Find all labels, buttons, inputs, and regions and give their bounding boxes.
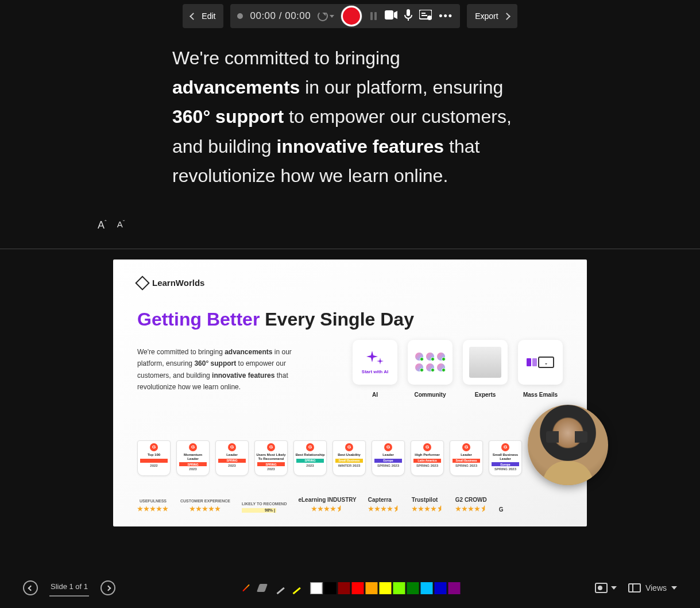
avatar-grid-icon [412,352,448,372]
highlighter-tool[interactable] [288,582,300,594]
teleprompter-area: We're committed to bringing advancements… [0,32,700,249]
award-badge: GBest UsabilitySmall BusinessWINTER 2023 [332,440,366,476]
sparkle-icon [365,350,385,367]
laser-icon [242,584,250,592]
chevron-down-icon [330,15,334,18]
refresh-icon [318,11,328,21]
prev-slide-button[interactable] [23,580,38,595]
color-swatch[interactable] [310,582,322,594]
svg-rect-4 [421,15,427,16]
slide-indicator: Slide 1 of 1 [49,580,89,597]
camera-icon [385,10,397,20]
rating-item: eLearning INDUSTRY★★★★⯨ [298,497,356,513]
color-swatch[interactable] [393,582,405,594]
color-swatch[interactable] [365,582,377,594]
reset-button[interactable] [318,11,334,21]
recording-toolbar: Edit 00:00 / 00:00 ••• Export [0,0,700,32]
feature-card-mass-emails: Mass Emails [518,340,563,398]
views-label: Views [645,583,667,592]
camera-toggle[interactable] [385,10,397,22]
captions-toggle[interactable] [419,10,432,22]
record-status-dot-icon [237,13,243,19]
color-swatch[interactable] [338,582,350,594]
font-increase-button[interactable]: Aˆ [98,219,107,231]
presenter-camera[interactable] [528,405,608,485]
captions-icon [419,10,432,20]
color-swatch[interactable] [420,582,432,594]
rating-item: G2 CROWD★★★★⯨ [455,497,488,513]
rating-item: Capterra★★★★⯨ [368,497,400,513]
color-swatch[interactable] [448,582,460,594]
pause-button[interactable] [369,11,378,21]
eraser-icon [256,584,267,592]
rating-item: USEFULNESS★★★★★ [137,499,169,513]
pen-tool[interactable] [272,582,284,594]
color-swatch[interactable] [407,582,419,594]
export-label: Export [475,11,498,21]
camera-layout-button[interactable] [595,583,617,593]
laser-pointer-tool[interactable] [240,582,252,594]
chevron-right-icon [503,13,511,20]
svg-rect-0 [385,10,393,20]
award-badge: GMomentum LeaderSPRING2023 [176,440,210,476]
color-swatches [310,582,460,594]
color-swatch[interactable] [434,582,446,594]
feature-card-ai: Start with AI AI [353,340,397,398]
chevron-down-icon [611,586,617,590]
microphone-toggle[interactable] [404,9,412,23]
font-decrease-button[interactable]: Aˇ [117,219,125,231]
badges-row: GTop 1002022GMomentum LeaderSPRING2023GL… [137,440,563,476]
ratings-row: USEFULNESS★★★★★CUSTOMER EXPERIENCE★★★★★L… [137,497,563,513]
pen-icon [272,582,285,595]
edit-button[interactable]: Edit [183,4,223,28]
logo-mark-icon [135,276,149,290]
timer-display: 00:00 / 00:00 [250,10,311,22]
award-badge: GUsers Most Likely To RecommendSPRING202… [254,440,288,476]
award-badge: GHigh PerformerLatin AmericaSPRING 2023 [411,440,444,476]
record-button[interactable] [341,6,362,26]
annotation-tools [240,582,460,594]
slide-headline: Getting Better Every Single Day [137,309,563,330]
slide-preview-area: LearnWorlds Getting Better Every Single … [0,249,700,537]
color-swatch[interactable] [351,582,363,594]
brand-logo: LearnWorlds [137,278,563,288]
highlighter-icon [288,582,301,595]
chevron-down-icon [671,586,677,590]
award-badge: GLeaderSmall BusinessSPRING 2023 [450,440,483,476]
feature-cards-row: Start with AI AI Community Experts Mass … [353,340,563,398]
mail-icon [527,357,554,368]
feature-card-community: Community [408,340,453,398]
rating-item: LIKELY TO RECOMEND98% | [242,502,287,513]
chevron-left-icon [189,13,197,20]
svg-rect-1 [407,9,410,16]
rating-item: G [499,506,504,513]
award-badge: GLeaderSPRING2023 [215,440,249,476]
svg-rect-3 [421,13,426,14]
chevron-left-icon [28,585,33,591]
color-swatch[interactable] [324,582,336,594]
slide-content: LearnWorlds Getting Better Every Single … [113,260,587,526]
views-button[interactable]: Views [628,583,677,592]
brand-name: LearnWorlds [152,278,204,288]
export-button[interactable]: Export [467,4,517,28]
award-badge: GSmall Business LeaderEuropeSPRING 2023 [489,440,522,476]
teleprompter-text: We're committed to bringing advancements… [172,44,528,191]
more-options-button[interactable]: ••• [439,10,453,22]
eraser-tool[interactable] [256,582,268,594]
color-swatch[interactable] [379,582,391,594]
award-badge: GTop 1002022 [137,440,171,476]
next-slide-button[interactable] [100,580,115,595]
font-size-controls: Aˆ Aˇ [98,219,528,231]
recorder-controls: 00:00 / 00:00 ••• [230,4,460,28]
bottom-toolbar: Slide 1 of 1 Views [0,568,700,608]
microphone-icon [404,9,412,21]
award-badge: GBest RelationshipSPRING2023 [293,440,327,476]
people-icon [469,347,501,378]
svg-point-5 [427,16,432,20]
edit-label: Edit [202,11,215,21]
rating-item: Trustpilot★★★★⯨ [412,497,444,513]
camera-layout-icon [595,583,608,593]
slide-body-text: We're committed to bringing advancements… [137,346,304,393]
layout-icon [628,583,641,592]
chevron-right-icon [105,585,111,591]
